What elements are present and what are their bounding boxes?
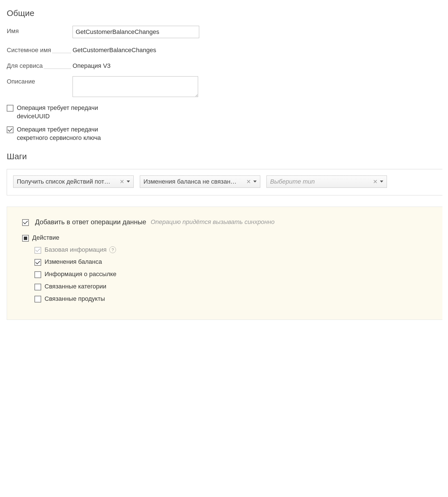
checkbox-tree-item (34, 247, 41, 254)
chevron-down-icon[interactable] (127, 181, 130, 182)
checkbox-require-device-uuid[interactable] (7, 105, 13, 112)
label-require-secret-key: Операция требует передачи секретного сер… (17, 125, 118, 142)
label-require-device-uuid: Операция требует передачи deviceUUID (17, 104, 118, 120)
step-select-2-label: Изменения баланса не связанные .. (143, 178, 239, 185)
tree-item: Базовая информация? (34, 246, 428, 254)
checkbox-tree-item[interactable] (34, 259, 41, 266)
checkbox-tree-item[interactable] (34, 296, 41, 302)
description-textarea[interactable] (73, 76, 198, 97)
name-input[interactable] (73, 26, 199, 38)
step-select-placeholder[interactable]: Выберите тип ✕ (266, 175, 387, 188)
step-select-placeholder-label: Выберите тип (270, 178, 315, 185)
system-name-value: GetCustomerBalanceChanges (73, 45, 156, 54)
close-icon[interactable]: ✕ (373, 178, 378, 185)
section-general-title: Общие (7, 8, 442, 18)
tree-item: Связанные продукты (34, 295, 428, 303)
tree-item: Связанные категории (34, 282, 428, 291)
checkbox-tree-item[interactable] (34, 284, 41, 290)
tree-item-label: Изменения баланса (45, 258, 102, 266)
steps-container: Получить список действий потреб.. ✕ Изме… (7, 169, 442, 195)
tree-item: Информация о рассылке (34, 270, 428, 278)
checkbox-add-to-response[interactable] (22, 219, 29, 226)
label-for-service: Для сервиса (7, 61, 73, 70)
checkbox-require-secret-key[interactable] (7, 126, 13, 133)
tree-item: Изменения баланса (34, 258, 428, 266)
tree-item-label: Связанные категории (45, 282, 106, 291)
step-select-1[interactable]: Получить список действий потреб.. ✕ (13, 175, 134, 188)
help-icon[interactable]: ? (109, 246, 116, 253)
label-add-to-response: Добавить в ответ операции данные (35, 218, 146, 226)
response-panel: Добавить в ответ операции данные Операци… (7, 207, 442, 320)
close-icon[interactable]: ✕ (120, 178, 124, 185)
tree-item-label: Информация о рассылке (45, 270, 116, 278)
step-select-2[interactable]: Изменения баланса не связанные .. ✕ (140, 175, 260, 188)
tree-root-label: Действие (32, 234, 59, 241)
chevron-down-icon[interactable] (253, 181, 257, 182)
tree-item-label: Базовая информация (45, 246, 106, 254)
step-select-1-label: Получить список действий потреб.. (17, 178, 112, 185)
close-icon[interactable]: ✕ (246, 178, 251, 185)
checkbox-tree-root[interactable] (22, 235, 29, 242)
for-service-value: Операция V3 (73, 61, 111, 70)
checkbox-tree-item[interactable] (34, 271, 41, 278)
label-description: Описание (7, 76, 73, 85)
tree-item-label: Связанные продукты (45, 295, 105, 303)
section-steps-title: Шаги (7, 152, 442, 161)
label-system-name: Системное имя (7, 45, 73, 54)
label-name: Имя (7, 26, 73, 35)
chevron-down-icon[interactable] (380, 181, 383, 182)
response-hint: Операцию придётся вызывать синхронно (151, 218, 275, 226)
